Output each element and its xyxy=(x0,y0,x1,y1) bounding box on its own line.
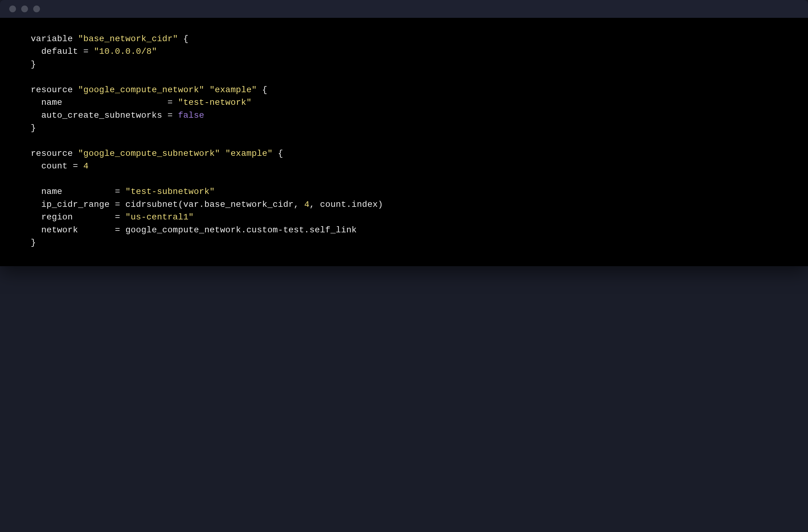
operator: = xyxy=(62,187,125,196)
paren: ( xyxy=(178,200,183,209)
operator: = xyxy=(110,200,125,209)
identifier: name xyxy=(31,98,62,107)
code-window: variable "base_network_cidr" { default =… xyxy=(0,0,808,266)
identifier: network xyxy=(31,225,78,235)
brace: { xyxy=(257,85,267,95)
operator: = xyxy=(78,47,94,56)
identifier: auto_create_subnetworks xyxy=(31,111,162,120)
keyword-variable: variable xyxy=(31,34,73,44)
identifier: var.base_network_cidr xyxy=(183,200,294,209)
identifier: google_compute_network.custom-test.self_… xyxy=(125,225,357,235)
identifier: ip_cidr_range xyxy=(31,200,110,209)
string-literal: "test-network" xyxy=(178,98,252,107)
string-literal: "base_network_cidr" xyxy=(78,34,178,44)
string-literal: "example" xyxy=(225,149,273,158)
boolean-literal: false xyxy=(178,111,204,120)
maximize-icon[interactable] xyxy=(33,5,40,12)
keyword-resource: resource xyxy=(31,85,73,95)
operator: = xyxy=(62,98,178,107)
string-literal: "google_compute_network" xyxy=(78,85,204,95)
identifier: region xyxy=(31,212,73,222)
string-literal: "us-central1" xyxy=(125,212,194,222)
number-literal: 4 xyxy=(304,200,309,209)
operator: = xyxy=(68,162,83,171)
number-literal: 4 xyxy=(83,162,89,171)
string-literal: "10.0.0.0/8" xyxy=(94,47,157,56)
minimize-icon[interactable] xyxy=(21,5,28,12)
code-editor: variable "base_network_cidr" { default =… xyxy=(0,18,808,266)
paren: ) xyxy=(378,200,383,209)
identifier: default xyxy=(31,47,78,56)
keyword-resource: resource xyxy=(31,149,73,158)
brace: } xyxy=(31,238,36,247)
brace: { xyxy=(178,34,188,44)
brace: { xyxy=(273,149,283,158)
identifier: name xyxy=(31,187,62,196)
brace: } xyxy=(31,60,36,69)
string-literal: "example" xyxy=(210,85,257,95)
close-icon[interactable] xyxy=(9,5,16,12)
brace: } xyxy=(31,123,36,133)
identifier: count xyxy=(31,162,68,171)
identifier: count.index xyxy=(320,200,378,209)
function-call: cidrsubnet xyxy=(125,200,178,209)
string-literal: "test-subnetwork" xyxy=(125,187,215,196)
window-titlebar xyxy=(0,0,808,18)
operator: = xyxy=(162,111,178,120)
string-literal: "google_compute_subnetwork" xyxy=(78,149,220,158)
operator: = xyxy=(78,225,125,235)
operator: = xyxy=(73,212,125,222)
